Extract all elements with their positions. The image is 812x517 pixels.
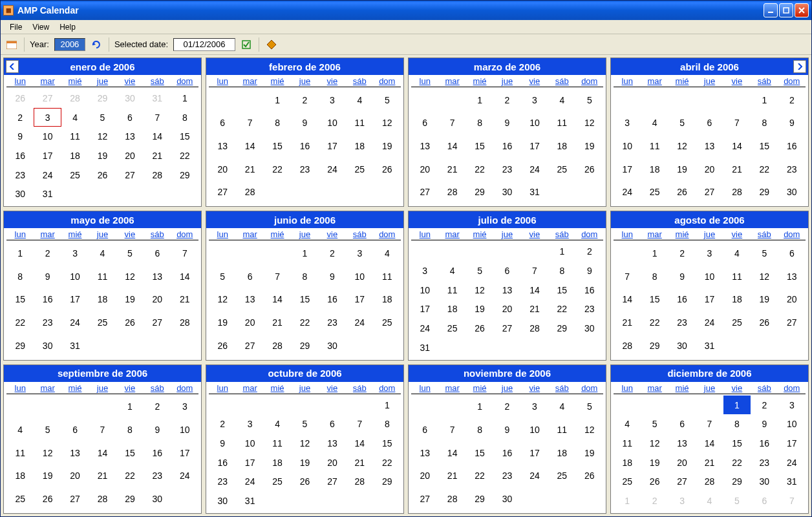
day-cell[interactable]: 21 [346,453,373,472]
day-cell[interactable]: 27 [319,472,346,492]
day-cell[interactable]: 8 [641,265,668,288]
day-cell[interactable]: 8 [374,414,401,434]
day-cell[interactable]: 11 [264,434,291,453]
year-input[interactable] [54,38,85,51]
day-cell[interactable]: 15 [466,134,493,158]
day-cell[interactable]: 7 [144,108,171,127]
prev-year-button[interactable] [6,60,19,73]
day-cell[interactable]: 9 [319,265,346,288]
day-cell[interactable]: 8 [723,414,751,434]
day-cell[interactable]: 8 [291,265,318,288]
day-cell[interactable]: 27 [144,311,171,334]
day-cell[interactable]: 14 [696,434,723,453]
day-cell[interactable]: 5 [751,242,778,265]
day-cell[interactable]: 26 [374,158,401,181]
day-cell[interactable]: 28 [346,472,373,492]
day-cell[interactable]: 22 [466,465,493,488]
day-cell[interactable]: 10 [696,265,723,288]
day-cell[interactable]: 19 [576,134,603,158]
day-cell[interactable]: 23 [34,311,61,334]
day-cell[interactable]: 9 [209,434,236,453]
day-cell[interactable]: 1 [374,396,401,415]
day-cell[interactable]: 22 [548,299,575,319]
diamond-button[interactable] [264,37,279,52]
day-cell[interactable]: 27 [493,319,520,338]
day-cell[interactable]: 7 [264,265,291,288]
day-cell[interactable]: 21 [723,158,751,181]
day-cell[interactable]: 24 [34,165,61,185]
day-cell[interactable]: 11 [346,112,373,135]
day-cell[interactable]: 2 [493,396,520,419]
day-cell[interactable]: 22 [751,158,778,181]
day-cell[interactable]: 1 [116,396,144,419]
day-cell[interactable]: 23 [319,311,346,334]
day-cell[interactable]: 4 [723,242,751,265]
day-cell[interactable]: 11 [614,434,641,453]
day-cell[interactable]: 20 [319,453,346,472]
close-button[interactable] [795,3,809,17]
day-cell[interactable]: 7 [696,414,723,434]
day-cell[interactable]: 10 [521,112,548,135]
day-cell[interactable]: 4 [89,242,116,265]
day-cell[interactable]: 16 [319,288,346,311]
day-cell[interactable]: 5 [668,112,696,135]
day-cell[interactable]: 13 [116,127,144,146]
day-cell[interactable]: 29 [171,165,198,185]
day-cell[interactable]: 3 [171,396,198,419]
day-cell[interactable]: 15 [6,288,34,311]
day-cell[interactable]: 6 [319,414,346,434]
day-cell[interactable]: 7 [171,242,198,265]
day-cell[interactable]: 7 [89,418,116,441]
day-cell[interactable]: 16 [668,288,696,311]
day-cell[interactable]: 16 [144,441,171,465]
day-cell[interactable]: 30 [319,334,346,357]
day-cell[interactable]: 24 [696,311,723,334]
day-cell[interactable]: 18 [374,288,401,311]
go-year-button[interactable] [89,37,103,52]
day-cell[interactable]: 28 [723,181,751,204]
day-cell[interactable]: 25 [641,181,668,204]
day-cell[interactable]: 27 [34,89,61,108]
day-cell[interactable]: 29 [466,487,493,511]
day-cell[interactable]: 26 [291,472,318,492]
day-cell[interactable]: 9 [291,112,318,135]
day-cell[interactable]: 19 [116,288,144,311]
day-cell[interactable]: 17 [614,158,641,181]
day-cell[interactable]: 25 [374,311,401,334]
day-cell[interactable]: 30 [668,334,696,357]
day-cell[interactable]: 5 [89,108,116,127]
maximize-button[interactable] [779,3,793,17]
day-cell[interactable]: 31 [144,89,171,108]
day-cell[interactable]: 13 [411,441,438,465]
day-cell[interactable]: 5 [641,414,668,434]
day-cell[interactable]: 1 [466,396,493,419]
day-cell[interactable]: 10 [614,134,641,158]
day-cell[interactable]: 24 [61,311,89,334]
day-cell[interactable]: 1 [723,396,751,415]
day-cell[interactable]: 3 [521,89,548,112]
day-cell[interactable]: 17 [319,134,346,158]
day-cell[interactable]: 9 [6,127,34,146]
day-cell[interactable]: 6 [61,418,89,441]
day-cell[interactable]: 21 [521,299,548,319]
day-cell[interactable]: 6 [751,491,778,511]
day-cell[interactable]: 2 [6,108,34,127]
day-cell[interactable]: 19 [89,146,116,165]
menu-help[interactable]: Help [54,21,81,33]
day-cell[interactable]: 17 [696,288,723,311]
day-cell[interactable]: 2 [576,242,603,261]
day-cell[interactable]: 3 [696,242,723,265]
day-cell[interactable]: 10 [34,127,61,146]
day-cell[interactable]: 13 [319,434,346,453]
day-cell[interactable]: 2 [209,414,236,434]
day-cell[interactable]: 30 [116,89,144,108]
day-cell[interactable]: 19 [751,288,778,311]
day-cell[interactable]: 16 [778,134,806,158]
day-cell[interactable]: 14 [346,434,373,453]
day-cell[interactable]: 16 [576,280,603,300]
day-cell[interactable]: 18 [548,134,575,158]
day-cell[interactable]: 2 [319,242,346,265]
day-cell[interactable]: 14 [723,134,751,158]
day-cell[interactable]: 25 [61,165,89,185]
day-cell[interactable]: 13 [778,265,806,288]
